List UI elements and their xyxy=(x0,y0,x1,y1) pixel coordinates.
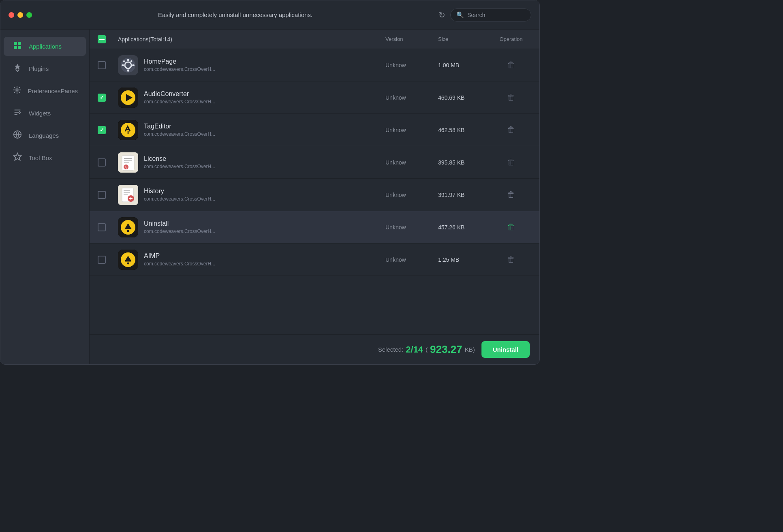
delete-button-audioconverter[interactable]: 🗑 xyxy=(507,93,515,102)
widgets-icon xyxy=(12,108,23,119)
checkbox-history[interactable] xyxy=(98,191,106,199)
sidebar-label-plugins: Plugins xyxy=(29,65,49,72)
delete-button-homepage[interactable]: 🗑 xyxy=(507,60,515,70)
select-all-checkbox[interactable]: — xyxy=(98,35,106,43)
toolbox-icon xyxy=(12,152,23,163)
app-name-uninstall: Uninstall xyxy=(144,220,215,227)
checkbox-license[interactable] xyxy=(98,158,106,167)
total-count-value: 14 xyxy=(413,344,423,355)
minus-icon: — xyxy=(99,36,105,42)
row-size-uninstall: 457.26 KB xyxy=(438,224,491,231)
content-area: Applications Plugins xyxy=(0,30,539,364)
checkbox-aimp[interactable] xyxy=(98,256,106,264)
sidebar-label-languages: Languages xyxy=(29,132,59,139)
app-name-tageditor: TagEditor xyxy=(144,123,215,130)
svg-marker-11 xyxy=(14,153,21,160)
row-version-uninstall: Unknow xyxy=(385,224,438,231)
checkbox-audioconverter[interactable] xyxy=(98,94,106,102)
row-check-tageditor xyxy=(98,126,118,134)
preferences-icon xyxy=(12,85,22,96)
row-size-audioconverter: 460.69 KB xyxy=(438,94,491,101)
footer: Selected: 2/14 (923.27 KB) Uninstall xyxy=(90,334,539,364)
app-bundle-tageditor: com.codeweavers.CrossOverH... xyxy=(144,131,215,137)
table-row: Uninstall com.codeweavers.CrossOverH... … xyxy=(90,211,539,244)
sidebar-item-widgets[interactable]: Widgets xyxy=(4,104,86,123)
app-bundle-uninstall: com.codeweavers.CrossOverH... xyxy=(144,229,215,234)
search-icon: 🔍 xyxy=(456,11,464,19)
app-bundle-homepage: com.codeweavers.CrossOverH... xyxy=(144,66,215,72)
main-panel: — Applications(Total:14) Version Size Op… xyxy=(90,30,539,364)
maximize-button[interactable] xyxy=(26,12,32,18)
svg-rect-0 xyxy=(14,42,17,45)
applications-icon xyxy=(12,41,23,52)
app-name-homepage: HomePage xyxy=(144,58,215,65)
app-name-history: History xyxy=(144,188,215,195)
row-check-homepage xyxy=(98,61,118,69)
checkbox-uninstall[interactable] xyxy=(98,223,106,231)
app-icon-tageditor xyxy=(118,120,138,140)
header-op-col: Operation xyxy=(491,36,531,42)
sidebar-item-plugins[interactable]: Plugins xyxy=(4,59,86,78)
languages-icon xyxy=(12,130,23,141)
table-row: History com.codeweavers.CrossOverH... Un… xyxy=(90,179,539,211)
row-op-tageditor: 🗑 xyxy=(491,125,531,135)
app-name-aimp: AIMP xyxy=(144,252,215,260)
table-row: A License com.codeweavers.CrossOverH... … xyxy=(90,146,539,179)
app-icon-aimp xyxy=(118,250,138,270)
uninstall-button[interactable]: Uninstall xyxy=(481,341,530,358)
delete-button-license[interactable]: 🗑 xyxy=(507,158,515,167)
selected-count-value: 2 xyxy=(406,344,411,355)
row-check-license xyxy=(98,158,118,167)
app-list: HomePage com.codeweavers.CrossOverH... U… xyxy=(90,49,539,334)
header-check-col: — xyxy=(98,35,118,43)
titlebar-actions: ↻ 🔍 xyxy=(439,9,531,21)
row-size-license: 395.85 KB xyxy=(438,159,491,166)
svg-rect-15 xyxy=(127,69,129,72)
row-app-homepage: HomePage com.codeweavers.CrossOverH... xyxy=(118,55,385,75)
app-bundle-history: com.codeweavers.CrossOverH... xyxy=(144,196,215,202)
titlebar-subtitle: Easily and completely uninstall unnecess… xyxy=(39,11,432,18)
app-info-audioconverter: AudioConverter com.codeweavers.CrossOver… xyxy=(144,90,215,105)
sidebar-label-applications: Applications xyxy=(29,43,62,50)
sidebar-item-languages[interactable]: Languages xyxy=(4,126,86,145)
delete-button-uninstall[interactable]: 🗑 xyxy=(507,222,515,232)
row-op-homepage: 🗑 xyxy=(491,60,531,70)
header-app-col: Applications(Total:14) xyxy=(118,36,385,43)
delete-button-aimp[interactable]: 🗑 xyxy=(507,255,515,264)
row-size-history: 391.97 KB xyxy=(438,192,491,198)
checkbox-homepage[interactable] xyxy=(98,61,106,69)
sidebar-label-preferences: PreferencesPanes xyxy=(28,88,78,94)
sidebar-item-preferences[interactable]: PreferencesPanes xyxy=(4,81,86,100)
sidebar-item-toolbox[interactable]: Tool Box xyxy=(4,148,86,167)
row-op-history: 🗑 xyxy=(491,190,531,199)
row-version-license: Unknow xyxy=(385,159,438,166)
search-input[interactable] xyxy=(467,12,525,18)
svg-rect-14 xyxy=(127,59,129,61)
row-op-aimp: 🗑 xyxy=(491,255,531,264)
svg-text:A: A xyxy=(124,166,127,169)
row-check-aimp xyxy=(98,256,118,264)
svg-rect-17 xyxy=(132,64,135,66)
minimize-button[interactable] xyxy=(17,12,23,18)
svg-point-6 xyxy=(16,89,18,91)
app-icon-homepage xyxy=(118,55,138,75)
row-version-history: Unknow xyxy=(385,192,438,198)
svg-point-44 xyxy=(127,230,129,232)
row-version-tageditor: Unknow xyxy=(385,127,438,133)
table-row: TagEditor com.codeweavers.CrossOverH... … xyxy=(90,114,539,146)
app-bundle-aimp: com.codeweavers.CrossOverH... xyxy=(144,261,215,267)
delete-button-tageditor[interactable]: 🗑 xyxy=(507,125,515,135)
selected-info: Selected: 2/14 (923.27 KB) xyxy=(378,343,475,356)
svg-point-47 xyxy=(127,262,129,264)
selected-count: 2/14 xyxy=(406,344,423,355)
sidebar-item-applications[interactable]: Applications xyxy=(4,37,86,56)
app-info-aimp: AIMP com.codeweavers.CrossOverH... xyxy=(144,252,215,267)
app-icon-audioconverter xyxy=(118,88,138,108)
delete-button-history[interactable]: 🗑 xyxy=(507,190,515,199)
checkbox-tageditor[interactable] xyxy=(98,126,106,134)
refresh-button[interactable]: ↻ xyxy=(439,11,445,19)
titlebar: Easily and completely uninstall unnecess… xyxy=(0,0,539,30)
app-name-license: License xyxy=(144,155,215,162)
close-button[interactable] xyxy=(9,12,14,18)
svg-point-4 xyxy=(16,68,19,71)
